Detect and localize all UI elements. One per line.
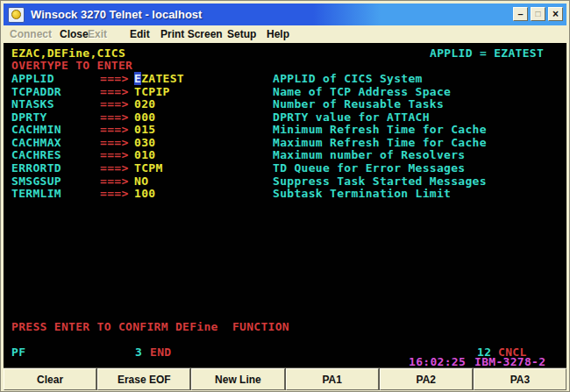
pf3-number: 3	[135, 346, 142, 358]
pf3-action: END	[150, 346, 171, 358]
pa3-button[interactable]: PA3	[474, 368, 566, 390]
field-value-dprty[interactable]: 000	[134, 111, 155, 123]
field-label-errortd: ERRORTD	[11, 162, 61, 174]
new-line-button[interactable]: New Line	[191, 368, 284, 390]
app-icon	[8, 7, 25, 23]
field-value-cachmax[interactable]: 030	[134, 137, 155, 148]
field-desc-termlim: Subtask Termination Limit	[273, 188, 451, 199]
field-value-ntasks[interactable]: 020	[134, 98, 155, 110]
menu-item-setup[interactable]: Setup	[227, 28, 256, 40]
field-value-tcpaddr[interactable]: TCPIP	[134, 86, 170, 97]
field-desc-tcpaddr: Name of TCP Address Space	[273, 86, 451, 97]
minimize-icon: –	[517, 10, 523, 19]
keypad-bar: Clear Erase EOF New Line PA1 PA2 PA3	[4, 367, 566, 390]
field-label-termlim: TERMLIM	[11, 188, 61, 199]
applid-status: APPLID = EZATEST	[430, 47, 544, 59]
field-desc-cachmax: Maximum Refresh Time for Cache	[273, 137, 487, 148]
field-desc-dprty: DPRTY value for ATTACH	[273, 111, 430, 123]
field-label-cachmax: CACHMAX	[11, 137, 61, 148]
pf-label: PF	[11, 346, 25, 358]
menu-item-connect: Connect	[10, 28, 52, 40]
field-desc-errortd: TD Queue for Error Messages	[273, 162, 465, 174]
field-value-errortd[interactable]: TCPM	[134, 162, 163, 174]
clear-button[interactable]: Clear	[4, 368, 96, 390]
confirm-message: PRESS ENTER TO CONFIRM DEFine FUNCTION	[11, 321, 289, 332]
pa2-button[interactable]: PA2	[380, 368, 473, 390]
field-desc-ntasks: Number of Reusable Tasks	[273, 98, 444, 110]
status-time: 16:02:25	[409, 356, 466, 367]
terminal-cursor: E	[134, 72, 141, 85]
field-value-cachmin[interactable]: 015	[134, 124, 155, 135]
field-value-cachres[interactable]: 010	[134, 149, 155, 160]
field-label-cachmin: CACHMIN	[11, 124, 61, 135]
app-icon-globe	[11, 10, 21, 19]
field-arrow: ===>	[100, 188, 129, 199]
field-arrow: ===>	[100, 73, 129, 84]
field-value-termlim[interactable]: 100	[134, 188, 155, 199]
field-label-tcpaddr: TCPADDR	[11, 86, 61, 97]
maximize-icon: □	[535, 10, 540, 18]
field-label-smsgsup: SMSGSUP	[11, 175, 61, 187]
field-arrow: ===>	[100, 175, 129, 187]
field-arrow: ===>	[100, 162, 129, 174]
field-arrow: ===>	[100, 149, 129, 160]
field-desc-smsgsup: Suppress Task Started Messages	[273, 175, 487, 187]
field-value-smsgsup[interactable]: NO	[134, 175, 148, 187]
minimize-button[interactable]: –	[513, 7, 528, 21]
field-label-ntasks: NTASKS	[11, 98, 54, 110]
title-bar: Winsock 3270 Telnet - localhost – □ ×	[4, 4, 566, 25]
menu-bar: Connect Close Exit Edit Print Screen Set…	[4, 25, 566, 44]
maximize-button[interactable]: □	[531, 7, 545, 21]
overtype-prompt: OVERTYPE TO ENTER	[11, 60, 132, 71]
terminal-screen: EZAC,DEFine,CICS APPLID = EZATEST OVERTY…	[4, 43, 566, 367]
field-arrow: ===>	[100, 86, 129, 97]
field-value-applid[interactable]: EZATEST	[134, 73, 184, 84]
field-desc-cachres: Maximum number of Resolvers	[273, 149, 465, 160]
field-arrow: ===>	[100, 111, 129, 123]
pa1-button[interactable]: PA1	[286, 368, 379, 390]
field-arrow: ===>	[100, 124, 129, 135]
window-controls: – □ ×	[513, 7, 563, 21]
field-label-applid: APPLID	[11, 73, 54, 84]
field-label-cachres: CACHRES	[11, 149, 61, 160]
close-button[interactable]: ×	[548, 7, 563, 21]
field-label-dprty: DPRTY	[11, 111, 47, 123]
menu-item-close[interactable]: Close	[60, 28, 89, 40]
telnet-window: Winsock 3270 Telnet - localhost – □ × Co…	[0, 0, 570, 392]
menu-item-edit[interactable]: Edit	[130, 28, 150, 40]
field-desc-applid: APPLID of CICS System	[273, 73, 423, 84]
field-arrow: ===>	[100, 98, 129, 110]
command-line: EZAC,DEFine,CICS	[11, 47, 125, 59]
close-icon: ×	[552, 9, 559, 19]
menu-item-help[interactable]: Help	[267, 28, 289, 40]
menu-item-exit: Exit	[88, 28, 107, 40]
erase-eof-button[interactable]: Erase EOF	[97, 368, 190, 390]
menu-item-print-screen[interactable]: Print Screen	[160, 28, 223, 40]
field-arrow: ===>	[100, 137, 129, 148]
field-desc-cachmin: Minimum Refresh Time for Cache	[273, 124, 487, 135]
window-title: Winsock 3270 Telnet - localhost	[31, 8, 202, 21]
status-terminal-type: IBM-3278-2	[474, 356, 545, 367]
